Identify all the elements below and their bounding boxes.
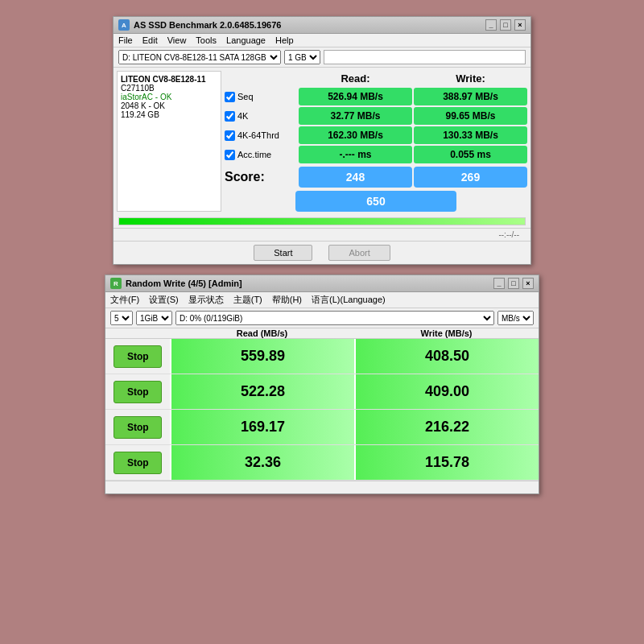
stop-cell-3: Stop <box>105 445 170 480</box>
stop-btn-2[interactable]: Stop <box>114 416 162 439</box>
time-display: --:--/-- <box>498 230 519 239</box>
read-cell-0: 559.89 <box>170 339 354 374</box>
label-4k64thrd: 4K-64Thrd <box>225 130 297 141</box>
menu2-file[interactable]: 文件(F) <box>110 294 139 306</box>
size-select[interactable]: 1 GB <box>284 50 320 64</box>
score-read-val: 248 <box>299 167 412 188</box>
maximize-btn-2[interactable]: □ <box>508 278 519 289</box>
check-4k64thrd[interactable] <box>225 130 235 141</box>
stop-cell-1: Stop <box>105 374 170 409</box>
abort-button[interactable]: Abort <box>328 245 390 261</box>
rw-toolbar: 5 1GiB D: 0% (0/119GiB) MB/s <box>105 308 539 328</box>
title-bar-1: A AS SSD Benchmark 2.0.6485.19676 _ □ × <box>114 17 530 34</box>
seq-read: 526.94 MB/s <box>299 88 412 105</box>
check-4k[interactable] <box>225 111 235 122</box>
score-label: Score: <box>225 170 297 184</box>
stop-btn-1[interactable]: Stop <box>114 381 162 403</box>
row-seq: Seq 526.94 MB/s 388.97 MB/s <box>225 88 527 105</box>
rw-row-1: Stop 522.28 409.00 <box>105 374 539 410</box>
start-button[interactable]: Start <box>254 245 312 261</box>
rw-row-3: Stop 32.36 115.78 <box>105 445 539 481</box>
random-write-window: R Random Write (4/5) [Admin] _ □ × 文件(F)… <box>105 275 539 494</box>
write-cell-3: 115.78 <box>354 445 539 480</box>
acctime-write: 0.055 ms <box>414 146 527 163</box>
info-panel: LITEON CV8-8E128-11 C27110B iaStorAC - O… <box>117 71 221 212</box>
rw-row-2: Stop 169.17 216.22 <box>105 410 539 445</box>
maximize-btn-1[interactable]: □ <box>500 19 511 31</box>
write-header: Write: <box>414 71 527 86</box>
minimize-btn-1[interactable]: _ <box>485 19 497 31</box>
title-bar-2: R Random Write (4/5) [Admin] _ □ × <box>105 275 539 292</box>
menu2-settings[interactable]: 设置(S) <box>149 294 179 306</box>
app-icon-2: R <box>110 278 122 289</box>
progress-bar <box>118 217 526 225</box>
stop-btn-3[interactable]: Stop <box>114 452 162 474</box>
menu-tools[interactable]: Tools <box>196 35 217 45</box>
bottom-buttons-1: Start Abort <box>114 241 530 264</box>
row-4k64thrd: 4K-64Thrd 162.30 MB/s 130.33 MB/s <box>225 126 527 144</box>
menu2-help[interactable]: 帮助(H) <box>272 294 302 306</box>
drive-select[interactable]: D: LITEON CV8-8E128-11 SATA 128GB <box>118 50 281 64</box>
app-icon: A <box>118 19 130 31</box>
label-seq: Seq <box>225 92 297 102</box>
read-cell-2: 169.17 <box>170 410 354 444</box>
menu-view[interactable]: View <box>167 35 187 45</box>
driver-status: iaStorAC - OK <box>121 93 217 101</box>
drive-capacity: 119.24 GB <box>121 110 217 119</box>
menu-help[interactable]: Help <box>275 35 294 45</box>
row-acctime: Acc.time -.--- ms 0.055 ms <box>225 146 527 163</box>
drive-name: LITEON CV8-8E128-11 <box>121 75 217 84</box>
rw-row-0: Stop 559.89 408.50 <box>105 339 539 374</box>
bench-panel: Read: Write: Seq 526.94 MB/s 388.97 MB/s… <box>225 71 527 212</box>
label-4k: 4K <box>225 111 297 122</box>
stop-cell-2: Stop <box>105 410 170 444</box>
read-cell-1: 522.28 <box>170 374 354 409</box>
toolbar-1: D: LITEON CV8-8E128-11 SATA 128GB 1 GB <box>114 47 530 68</box>
rw-header-row: Read (MB/s) Write (MB/s) <box>105 328 539 339</box>
read-header: Read: <box>299 71 412 86</box>
stop-btn-0[interactable]: Stop <box>114 345 162 368</box>
num-select[interactable]: 5 <box>110 311 133 325</box>
check-seq[interactable] <box>225 92 235 102</box>
menu-file[interactable]: File <box>118 35 133 45</box>
rw-footer <box>105 481 539 493</box>
close-btn-1[interactable]: × <box>514 19 526 31</box>
menu2-status[interactable]: 显示状态 <box>188 294 224 306</box>
window-title-1: AS SSD Benchmark 2.0.6485.19676 <box>134 20 281 30</box>
size-select-2[interactable]: 1GiB <box>136 311 172 325</box>
score-row: Score: 248 269 <box>225 167 527 188</box>
menu-language[interactable]: Language <box>226 35 266 45</box>
seq-write: 388.97 MB/s <box>414 88 527 105</box>
unit-select[interactable]: MB/s <box>497 311 534 325</box>
label-acctime: Acc.time <box>225 150 297 160</box>
bottom-bar: --:--/-- <box>114 228 530 241</box>
4k-read: 32.77 MB/s <box>299 107 412 125</box>
write-cell-1: 409.00 <box>354 374 539 409</box>
rw-header-write: Write (MB/s) <box>354 328 539 338</box>
size-status: 2048 K - OK <box>121 101 217 110</box>
main-content-1: LITEON CV8-8E128-11 C27110B iaStorAC - O… <box>114 68 530 215</box>
4k64thrd-write: 130.33 MB/s <box>414 126 527 144</box>
minimize-btn-2[interactable]: _ <box>493 278 505 289</box>
read-cell-3: 32.36 <box>170 445 354 480</box>
search-input[interactable] <box>324 50 526 64</box>
menu-edit[interactable]: Edit <box>142 35 158 45</box>
window-title-2: Random Write (4/5) [Admin] <box>126 279 242 288</box>
row-4k: 4K 32.77 MB/s 99.65 MB/s <box>225 107 527 125</box>
close-btn-2[interactable]: × <box>522 278 534 289</box>
check-acctime[interactable] <box>225 150 235 160</box>
4k-write: 99.65 MB/s <box>414 107 527 125</box>
write-cell-2: 216.22 <box>354 410 539 444</box>
menu2-theme[interactable]: 主题(T) <box>233 294 262 306</box>
drive-select-2[interactable]: D: 0% (0/119GiB) <box>175 311 494 325</box>
menubar-2: 文件(F) 设置(S) 显示状态 主题(T) 帮助(H) 语言(L)(Langu… <box>105 292 539 308</box>
menu2-language[interactable]: 语言(L)(Language) <box>312 294 386 306</box>
as-ssd-window: A AS SSD Benchmark 2.0.6485.19676 _ □ × … <box>113 16 531 265</box>
acctime-read: -.--- ms <box>299 146 412 163</box>
total-score: 650 <box>295 191 456 212</box>
drive-model: C27110B <box>121 84 217 93</box>
total-score-row: 650 <box>225 191 527 212</box>
empty-header <box>225 71 297 86</box>
write-cell-0: 408.50 <box>354 339 539 374</box>
stop-cell-0: Stop <box>105 339 170 374</box>
